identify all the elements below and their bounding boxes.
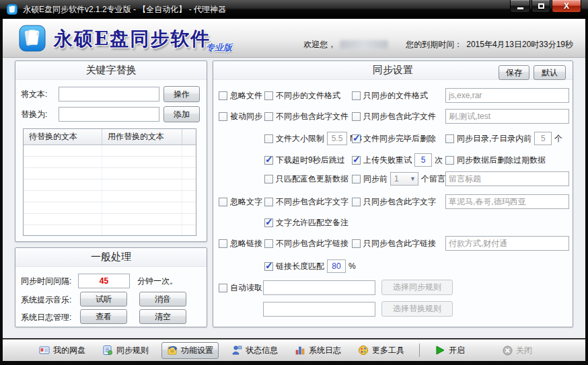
toolbar-item-sync-rules[interactable]: 同步规则: [98, 342, 153, 359]
checkbox-auto-read[interactable]: 自动读取: [219, 280, 262, 295]
operate-button[interactable]: 操作: [163, 86, 200, 102]
toolbar-item-start[interactable]: 开启: [431, 342, 469, 359]
only-sync-word-text-checkbox[interactable]: [352, 198, 361, 206]
general-processing-panel: 一般处理 同步时间间隔: 分钟一次。 系统提示音乐: 试听 消音 系统日志管理:…: [15, 247, 207, 327]
choose-sync-rule-button[interactable]: 选择同步规则: [381, 280, 453, 295]
keyword-panel-title: 关键字替换: [15, 61, 207, 80]
checkbox-upload-retry[interactable]: 上传失败重试 次: [352, 153, 443, 167]
checkbox-link-length-match[interactable]: 链接长度匹配 %: [264, 259, 356, 274]
add-button[interactable]: 添加: [163, 106, 200, 122]
toolbar-item-more-tools[interactable]: 更多工具: [354, 342, 408, 359]
function-settings-icon: [167, 345, 178, 356]
checkbox-not-sync-format[interactable]: 不同步的文件格式: [264, 88, 340, 103]
checkbox-not-sync-word-link[interactable]: 不同步包含此字链接: [264, 236, 348, 251]
default-button[interactable]: 默认: [534, 65, 566, 80]
size-limit-input[interactable]: [327, 132, 347, 145]
empty-note-checkbox[interactable]: [264, 218, 273, 227]
not-sync-word-link-checkbox[interactable]: [264, 239, 273, 248]
stop-icon: [503, 346, 513, 356]
checkbox-ignore-file[interactable]: 忽略文件: [219, 88, 262, 103]
message-title-input[interactable]: [445, 171, 569, 186]
checkbox-delete-expired[interactable]: 同步数据后删除过期数据: [445, 153, 546, 167]
replace-with-label: 替换为:: [21, 107, 47, 122]
checkbox-passive-sync[interactable]: 被动同步: [219, 109, 262, 124]
size-limit-checkbox[interactable]: [264, 134, 273, 143]
checkbox-match-blue[interactable]: 只匹配蓝色更新数据: [264, 171, 348, 186]
delete-after-sync-checkbox[interactable]: [352, 134, 361, 143]
only-sync-word-file-checkbox[interactable]: [352, 112, 361, 121]
choose-replace-rule-button[interactable]: 选择替换规则: [381, 301, 453, 317]
message-count-select[interactable]: 1 ▼: [390, 172, 418, 186]
dir-first-count-input[interactable]: [534, 132, 552, 145]
checkbox-dir-first[interactable]: 同步目录,子目录内前 个: [445, 131, 562, 146]
only-sync-word-link-checkbox[interactable]: [352, 239, 361, 248]
checkbox-timeout-skip[interactable]: 下载超时9秒后跳过: [264, 153, 345, 167]
only-sync-format-checkbox[interactable]: [352, 91, 361, 100]
toolbar-item-system-log[interactable]: 系统日志: [291, 342, 345, 359]
sync-before-checkbox[interactable]: [352, 175, 361, 184]
timeout-skip-checkbox[interactable]: [264, 156, 273, 165]
table-row: [24, 179, 196, 191]
upload-retry-count-input[interactable]: [414, 153, 432, 167]
checkbox-empty-note[interactable]: 文字允许匹配空备注: [264, 215, 348, 230]
checkbox-not-sync-word-file[interactable]: 不同步包含此字文件: [264, 109, 348, 124]
interval-input[interactable]: [78, 274, 130, 288]
app-icon: [7, 4, 17, 15]
passive-sync-checkbox[interactable]: [219, 112, 227, 121]
view-log-button[interactable]: 查看: [80, 309, 127, 324]
checkbox-ignore-link[interactable]: 忽略链接: [219, 236, 262, 251]
close-button[interactable]: X: [552, 0, 581, 13]
link-length-checkbox[interactable]: [264, 262, 273, 271]
sync-rule-path-input[interactable]: [263, 280, 375, 295]
not-sync-word-text-checkbox[interactable]: [264, 198, 273, 206]
replace-table-body: [24, 145, 196, 235]
match-blue-checkbox[interactable]: [264, 175, 273, 184]
checkbox-sync-before-message[interactable]: 同步前 1 ▼ 个留言: [352, 171, 445, 186]
only-sync-word-file-input[interactable]: [445, 109, 569, 124]
checkbox-ignore-text[interactable]: 忽略文字: [219, 194, 262, 209]
delete-expired-checkbox[interactable]: [445, 156, 454, 165]
checkbox-only-sync-word-file[interactable]: 只同步包含此字文件: [352, 109, 436, 124]
not-sync-format-checkbox[interactable]: [264, 91, 273, 100]
mute-button[interactable]: 消音: [139, 292, 186, 307]
toolbar-item-status-info[interactable]: 状态信息: [227, 342, 282, 359]
table-row: [24, 145, 196, 157]
clear-log-button[interactable]: 清空: [139, 309, 186, 324]
checkbox-only-sync-word-text[interactable]: 只同步包含此字文字: [352, 194, 436, 209]
upload-retry-checkbox[interactable]: [352, 156, 361, 165]
only-sync-word-text-input[interactable]: [445, 194, 569, 209]
client-area: 永硕E盘同步软件 专业版 欢迎您， 您的到期时间： 2015年4月13日20时3…: [3, 19, 585, 361]
not-sync-word-file-checkbox[interactable]: [264, 112, 273, 121]
ignore-file-checkbox[interactable]: [219, 91, 227, 100]
auto-read-checkbox[interactable]: [219, 284, 227, 292]
checkbox-not-sync-word-text[interactable]: 不同步包含此字文字: [264, 194, 348, 209]
replace-rule-path-input[interactable]: [263, 302, 375, 317]
only-sync-format-input[interactable]: [445, 88, 569, 103]
source-text-input[interactable]: [59, 87, 159, 102]
title-bar[interactable]: 永硕E盘同步软件v2.1.2专业版 - 【全自动化】 - 代理神器 X: [0, 0, 588, 19]
table-row: [24, 225, 196, 235]
sync-settings-panel: 同步设置 保存 默认 忽略文件 不同步的文件格式 只同步的文件格式 被动同步: [213, 60, 573, 327]
table-row: [24, 168, 196, 179]
ignore-link-checkbox[interactable]: [219, 239, 227, 248]
toolbar-item-close[interactable]: 关闭: [499, 342, 536, 359]
only-sync-word-link-input[interactable]: [445, 236, 569, 251]
listen-button[interactable]: 试听: [80, 292, 127, 307]
interval-label: 同步时间间隔:: [21, 274, 71, 288]
save-button[interactable]: 保存: [499, 65, 529, 80]
checkbox-only-sync-format[interactable]: 只同步的文件格式: [352, 88, 428, 103]
replace-with-input[interactable]: [59, 107, 159, 122]
checkbox-size-limit[interactable]: 文件大小限制 MB: [264, 131, 362, 146]
link-length-input[interactable]: [327, 259, 346, 273]
toolbar-item-function-settings[interactable]: 功能设置: [161, 342, 219, 359]
maximize-button[interactable]: [531, 0, 550, 13]
app-window: 永硕E盘同步软件v2.1.2专业版 - 【全自动化】 - 代理神器 X 永硕E盘…: [0, 0, 588, 365]
dir-first-checkbox[interactable]: [445, 134, 454, 143]
minimize-button[interactable]: [510, 0, 530, 13]
checkbox-only-sync-word-link[interactable]: 只同步包含此字链接: [352, 236, 436, 251]
app-title: 永硕E盘同步软件: [54, 26, 211, 52]
replace-rules-table[interactable]: 待替换的文本 用作替换的文本: [23, 128, 196, 236]
checkbox-delete-after-sync[interactable]: 文件同步完毕后删除: [352, 131, 436, 146]
ignore-text-checkbox[interactable]: [219, 198, 227, 206]
toolbar-item-my-netdisk[interactable]: 我的网盘: [35, 342, 89, 359]
